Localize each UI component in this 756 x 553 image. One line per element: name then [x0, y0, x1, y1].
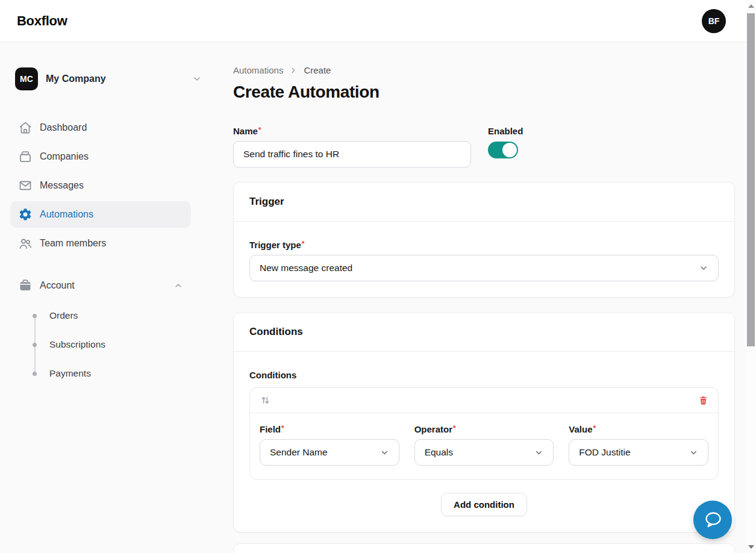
chevron-down-icon	[699, 263, 708, 273]
sidebar: MC My Company Dashboard Companies	[0, 42, 217, 553]
sidebar-nav: Dashboard Companies Messages Automations	[10, 114, 191, 388]
sidebar-item-orders[interactable]: Orders	[10, 301, 191, 330]
conditions-card-title: Conditions	[249, 326, 719, 338]
brand-logo: Boxflow	[17, 13, 67, 29]
company-avatar: MC	[15, 67, 38, 90]
chevron-down-icon	[534, 448, 543, 457]
trigger-card: Trigger Trigger type* New message create…	[233, 182, 735, 298]
sort-handle-icon[interactable]	[260, 395, 271, 406]
scrollbar-thumb[interactable]	[747, 13, 755, 346]
condition-item: Field* Sender Name Operator* E	[249, 387, 719, 480]
page-title: Create Automation	[233, 83, 735, 102]
company-name: My Company	[46, 73, 184, 84]
chevron-up-icon	[173, 281, 183, 290]
app-header: Boxflow BF	[0, 0, 756, 42]
trigger-type-value: New message created	[260, 263, 352, 273]
sidebar-item-label: Automations	[40, 209, 93, 220]
users-icon	[18, 236, 33, 251]
field-value: Sender Name	[270, 447, 328, 458]
sidebar-item-messages[interactable]: Messages	[10, 172, 191, 199]
conditions-list-label: Conditions	[249, 370, 719, 380]
sidebar-item-label: Team members	[40, 238, 106, 249]
chevron-right-icon	[289, 66, 298, 75]
trigger-card-title: Trigger	[249, 196, 719, 208]
value-label: Value*	[569, 424, 708, 434]
sidebar-item-label: Messages	[40, 180, 84, 191]
required-mark: *	[453, 424, 456, 433]
sidebar-item-label: Dashboard	[40, 122, 87, 133]
companies-icon	[18, 149, 33, 164]
trigger-type-label: Trigger type*	[249, 240, 719, 250]
trigger-card-header: Trigger	[234, 183, 734, 222]
sidebar-item-label: Account	[40, 280, 75, 291]
chevron-down-icon	[689, 448, 698, 457]
company-switcher[interactable]: MC My Company	[15, 67, 202, 90]
user-avatar[interactable]: BF	[702, 9, 726, 33]
field-select[interactable]: Sender Name	[260, 439, 399, 466]
next-card-sliver	[233, 543, 735, 553]
sidebar-item-companies[interactable]: Companies	[10, 143, 191, 170]
sidebar-item-dashboard[interactable]: Dashboard	[10, 114, 191, 141]
gear-icon	[18, 207, 33, 222]
page-scrollbar[interactable]	[746, 0, 756, 553]
sidebar-item-automations[interactable]: Automations	[10, 201, 191, 228]
chat-fab-button[interactable]	[693, 501, 732, 539]
required-mark: *	[258, 126, 261, 134]
operator-select[interactable]: Equals	[414, 439, 554, 466]
sidebar-item-label: Subscriptions	[49, 339, 105, 350]
sidebar-item-label: Payments	[49, 368, 91, 379]
home-icon	[18, 120, 33, 135]
value-select[interactable]: FOD Justitie	[569, 439, 708, 466]
operator-value: Equals	[425, 447, 453, 458]
mail-icon	[18, 178, 33, 193]
required-mark: *	[302, 240, 305, 248]
required-mark: *	[593, 424, 596, 433]
breadcrumb: Automations Create	[233, 65, 735, 75]
conditions-card: Conditions Conditions Fiel	[233, 312, 735, 533]
sidebar-section-account[interactable]: Account	[10, 272, 191, 299]
main-content: Automations Create Create Automation Nam…	[217, 42, 756, 553]
name-input[interactable]	[233, 141, 471, 167]
breadcrumb-create[interactable]: Create	[304, 65, 331, 75]
sidebar-item-payments[interactable]: Payments	[10, 359, 191, 388]
value-value: FOD Justitie	[579, 447, 630, 458]
field-label: Field*	[260, 424, 399, 434]
scrollbar-down-arrow[interactable]	[746, 542, 756, 552]
briefcase-icon	[18, 278, 33, 293]
chevron-down-icon	[192, 74, 202, 84]
toggle-knob	[502, 143, 517, 157]
sidebar-item-subscriptions[interactable]: Subscriptions	[10, 330, 191, 359]
enabled-toggle[interactable]	[488, 142, 518, 158]
add-condition-button[interactable]: Add condition	[441, 493, 527, 516]
enabled-label: Enabled	[488, 126, 523, 136]
sidebar-item-label: Companies	[40, 151, 89, 162]
sidebar-item-team-members[interactable]: Team members	[10, 230, 191, 257]
breadcrumb-automations-link[interactable]: Automations	[233, 65, 283, 75]
sidebar-item-label: Orders	[49, 310, 78, 321]
operator-label: Operator*	[414, 424, 554, 434]
name-label: Name*	[233, 126, 471, 136]
account-sub-list: Orders Subscriptions Payments	[10, 301, 191, 388]
scrollbar-up-arrow[interactable]	[746, 1, 756, 11]
chat-bubble-icon	[702, 510, 723, 530]
trigger-type-select[interactable]: New message created	[249, 255, 719, 281]
required-mark: *	[281, 424, 284, 433]
chevron-down-icon	[380, 448, 389, 457]
conditions-card-header: Conditions	[234, 313, 734, 352]
delete-condition-icon[interactable]	[698, 395, 708, 406]
